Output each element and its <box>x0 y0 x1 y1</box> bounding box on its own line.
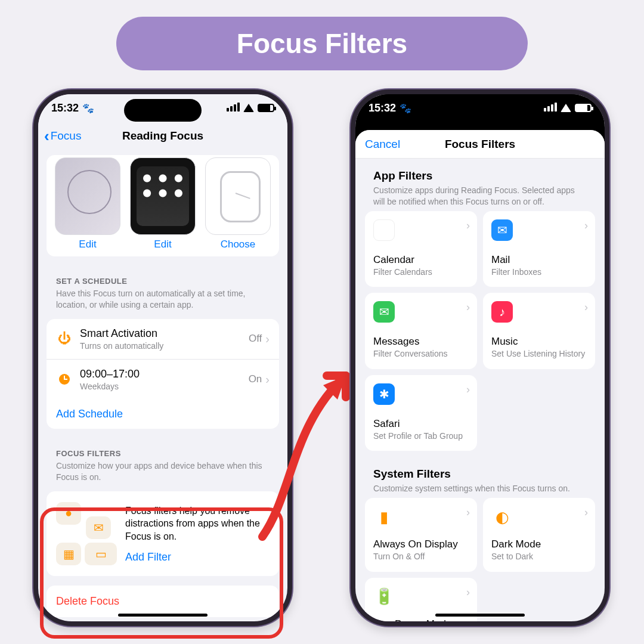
filters-header: FOCUS FILTERS Customize how your apps an… <box>47 438 279 487</box>
svg-marker-0 <box>323 376 346 400</box>
dynamic-island <box>124 99 202 122</box>
battery-icon <box>575 104 592 112</box>
homescreen-edit[interactable]: Edit <box>130 239 196 250</box>
chevron-right-icon: › <box>584 506 588 519</box>
app-filters-grid: ›▦CalendarFilter Calendars›✉MailFilter I… <box>364 211 596 451</box>
time-title: 09:00–17:00 <box>80 368 249 380</box>
calendar-icon: ▦ <box>56 543 81 565</box>
cellular-icon <box>543 102 557 114</box>
chevron-right-icon: › <box>466 586 470 599</box>
system-filters-grid: ›▮Always On DisplayTurn On & Off›◐Dark M… <box>364 498 596 621</box>
watch-choose[interactable]: Choose <box>205 239 271 250</box>
delete-focus-button[interactable]: Delete Focus <box>47 586 279 617</box>
phone-right: 15:32 🐾 Cancel Focus Filters App Filters… <box>351 89 609 626</box>
filters-card: ● ✉ ▦ ▭ Focus filters help you remove di… <box>47 491 279 576</box>
tile-title: Safari <box>373 418 469 430</box>
nav-bar: ‹ Focus Reading Focus <box>38 122 287 150</box>
chevron-right-icon: › <box>466 506 470 519</box>
filter-tile[interactable]: ›◐Dark ModeSet to Dark <box>483 498 595 572</box>
dynamic-island <box>441 99 519 122</box>
add-schedule-button[interactable]: Add Schedule <box>47 400 279 429</box>
chevron-right-icon: › <box>466 383 470 396</box>
filter-tile[interactable]: ›▮Always On DisplayTurn On & Off <box>365 498 477 572</box>
tile-title: Low Power Mode <box>373 618 469 621</box>
wifi-icon <box>561 104 571 112</box>
watchface-thumb[interactable]: Choose <box>205 157 271 250</box>
homescreen-thumb[interactable]: Edit <box>130 157 196 250</box>
chevron-right-icon: › <box>265 332 270 346</box>
phone-left: 15:32 🐾 ‹ Focus Reading Focus Edi <box>33 89 292 626</box>
chevron-right-icon: › <box>466 301 470 314</box>
cancel-button[interactable]: Cancel <box>365 138 400 151</box>
system-filters-title: System Filters <box>373 467 587 481</box>
app-icon: ✉ <box>491 219 513 241</box>
tile-title: Messages <box>373 336 469 348</box>
page-banner: Focus Filters <box>116 17 528 70</box>
page-banner-text: Focus Filters <box>237 27 407 60</box>
back-button[interactable]: ‹ Focus <box>44 128 81 144</box>
mail-icon: ✉ <box>86 516 111 539</box>
tile-sub: Filter Conversations <box>373 349 469 360</box>
system-filters-desc: Customize system settings when this Focu… <box>373 483 587 494</box>
app-icon: ✉ <box>373 301 395 323</box>
filter-tile[interactable]: ›▦CalendarFilter Calendars <box>365 211 477 287</box>
filter-tile[interactable]: ›✉MessagesFilter Conversations <box>365 293 477 369</box>
schedule-header: SET A SCHEDULE Have this Focus turn on a… <box>47 266 279 314</box>
filter-icons-cluster: ● ✉ ▦ ▭ <box>56 502 122 565</box>
smart-value: Off <box>249 333 262 345</box>
app-filters-desc: Customize apps during Reading Focus. Sel… <box>373 185 587 208</box>
battery-icon-mini: ▭ <box>85 543 117 565</box>
smart-sub: Turns on automatically <box>80 341 249 351</box>
tile-sub: Set to Dark <box>491 552 587 562</box>
schedule-card: ⏻ Smart Activation Turns on automaticall… <box>47 319 279 429</box>
tile-title: Music <box>491 336 587 348</box>
schedule-desc: Have this Focus turn on automatically at… <box>56 288 270 311</box>
chevron-right-icon: › <box>466 219 470 232</box>
add-filter-button[interactable]: Add Filter <box>125 550 270 564</box>
app-icon: ▮ <box>373 506 395 528</box>
chevron-right-icon: › <box>265 373 270 386</box>
chevron-left-icon: ‹ <box>44 128 49 144</box>
status-time: 15:32 <box>369 102 396 114</box>
app-filters-header: App Filters Customize apps during Readin… <box>364 159 596 211</box>
paw-icon: 🐾 <box>82 103 94 114</box>
home-indicator <box>118 614 208 617</box>
smart-title: Smart Activation <box>80 327 249 340</box>
filter-tile[interactable]: ›✱SafariSet Profile or Tab Group <box>365 375 477 451</box>
home-indicator <box>435 614 525 617</box>
lockscreen-thumb[interactable]: Edit <box>55 157 120 250</box>
message-icon: ● <box>56 502 81 525</box>
wifi-icon <box>243 104 254 112</box>
app-filters-title: App Filters <box>373 169 587 182</box>
chevron-right-icon: › <box>584 301 588 314</box>
tile-sub: Set Use Listening History <box>491 349 587 360</box>
tile-sub: Turn On & Off <box>373 552 469 562</box>
filters-header-text: FOCUS FILTERS <box>56 449 270 458</box>
back-label: Focus <box>51 129 82 143</box>
battery-icon <box>258 104 274 112</box>
tile-title: Calendar <box>373 254 469 266</box>
smart-activation-row[interactable]: ⏻ Smart Activation Turns on automaticall… <box>47 319 279 359</box>
tile-sub: Set Profile or Tab Group <box>373 431 469 442</box>
chevron-right-icon: › <box>584 219 588 232</box>
tile-title: Mail <box>491 254 587 266</box>
app-icon: ◐ <box>491 506 513 528</box>
power-icon: ⏻ <box>58 331 71 346</box>
time-sub: Weekdays <box>80 382 249 391</box>
system-filters-header: System Filters Customize system settings… <box>364 451 596 498</box>
customize-screens-card: Edit Edit Choose <box>47 155 279 256</box>
app-icon: ▦ <box>373 219 395 241</box>
tile-title: Dark Mode <box>491 538 587 550</box>
lockscreen-edit[interactable]: Edit <box>55 239 120 250</box>
filters-desc: Customize how your apps and device behav… <box>56 460 270 483</box>
schedule-header-text: SET A SCHEDULE <box>56 277 270 286</box>
app-icon: ♪ <box>491 301 513 323</box>
delete-card: Delete Focus <box>47 586 279 617</box>
filter-tile[interactable]: ›✉MailFilter Inboxes <box>483 211 595 287</box>
app-icon: 🔋 <box>373 586 395 608</box>
filter-tile[interactable]: ›♪MusicSet Use Listening History <box>483 293 595 369</box>
tile-sub: Filter Inboxes <box>491 267 587 278</box>
app-icon: ✱ <box>373 383 395 405</box>
tile-title: Always On Display <box>373 538 469 550</box>
time-schedule-row[interactable]: 09:00–17:00 Weekdays On › <box>47 359 279 400</box>
